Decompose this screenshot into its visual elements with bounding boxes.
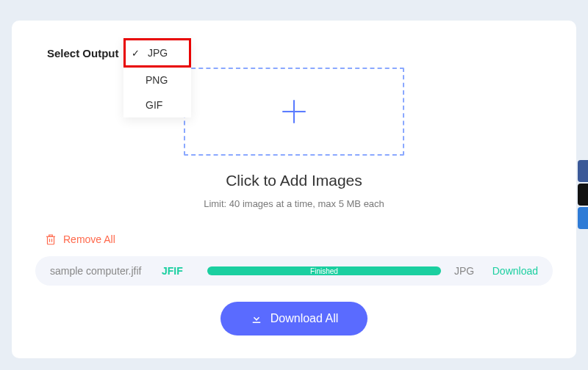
download-all-button[interactable]: Download All — [220, 302, 368, 335]
progress-bar: Finished — [207, 266, 441, 275]
dropdown-option-label: PNG — [146, 74, 168, 86]
file-row: sample computer.jfif JFIF Finished JPG D… — [35, 256, 553, 286]
social-linkedin-icon[interactable] — [578, 207, 588, 229]
svg-rect-4 — [253, 322, 261, 324]
add-images-dropzone[interactable] — [184, 68, 404, 156]
dropdown-option-jpg[interactable]: ✓ JPG — [123, 38, 191, 68]
file-name: sample computer.jfif — [50, 265, 162, 277]
social-x-icon[interactable] — [578, 184, 588, 206]
dropzone-limit: Limit: 40 images at a time, max 5 MB eac… — [35, 198, 553, 209]
dropdown-option-label: JPG — [148, 47, 168, 59]
download-button[interactable]: Download — [487, 265, 538, 277]
remove-all-button[interactable]: Remove All — [44, 233, 115, 246]
plus-icon — [279, 96, 309, 127]
target-format: JPG — [450, 265, 487, 277]
social-sidebar — [578, 160, 588, 231]
dropdown-option-png[interactable]: PNG — [123, 68, 191, 92]
dropzone-heading: Click to Add Images — [35, 172, 553, 189]
trash-icon — [44, 233, 57, 246]
progress-label: Finished — [310, 267, 338, 275]
main-panel: Select Output ✓ JPG PNG GIF Click to Add… — [12, 21, 576, 358]
select-output-label: Select Output — [47, 47, 119, 59]
checkmark-icon: ✓ — [132, 48, 140, 59]
source-format: JFIF — [162, 265, 198, 277]
format-dropdown[interactable]: ✓ JPG PNG GIF — [123, 38, 191, 117]
remove-all-label: Remove All — [63, 233, 115, 245]
download-all-label: Download All — [270, 312, 339, 325]
dropdown-option-label: GIF — [146, 99, 162, 111]
social-facebook-icon[interactable] — [578, 160, 588, 182]
dropdown-option-gif[interactable]: GIF — [123, 92, 191, 117]
download-icon — [250, 312, 263, 325]
